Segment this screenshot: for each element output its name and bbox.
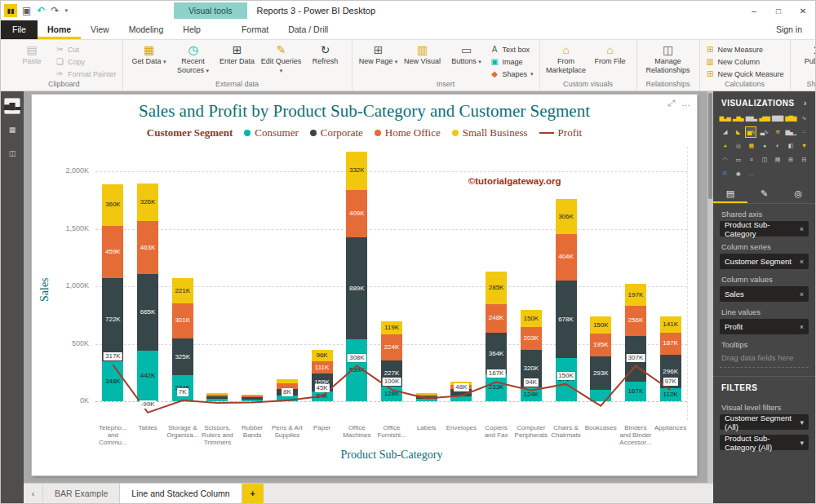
- filter-product-sub-category[interactable]: Product Sub-Category (All)▾: [720, 435, 809, 450]
- bar-segment-small-business[interactable]: [206, 393, 228, 394]
- copy-button[interactable]: ❏Copy: [55, 56, 117, 67]
- viz-icon-area-chart[interactable]: ◢: [719, 126, 730, 138]
- format-pane-tab-icon[interactable]: ✎: [747, 185, 782, 203]
- collapse-panel-icon[interactable]: ›: [804, 98, 807, 108]
- bar-segment-consumer[interactable]: 128K: [381, 387, 402, 401]
- new-visual-button[interactable]: ▥ New Visual: [402, 43, 443, 66]
- well-field-line-values[interactable]: Profit×: [720, 319, 809, 334]
- bar-segment-consumer[interactable]: 112K: [660, 388, 681, 401]
- viz-icon-scatter[interactable]: ∴: [798, 126, 809, 138]
- new-quick-measure-button[interactable]: ⊞New Quick Measure: [706, 69, 784, 79]
- well-field-column-series[interactable]: Customer Segment×: [720, 254, 809, 269]
- image-button[interactable]: ▣Image: [490, 56, 534, 67]
- scrollbar-thumb[interactable]: [708, 93, 712, 199]
- tab-view[interactable]: View: [81, 20, 119, 39]
- text-box-button[interactable]: AText box: [490, 44, 534, 55]
- viz-icon-100-stacked-bar[interactable]: ▇▇▇: [772, 113, 783, 124]
- bar-segment-home-office[interactable]: 111K: [312, 361, 333, 374]
- bar-segment-corporate[interactable]: [206, 396, 228, 400]
- bar-segment-home-office[interactable]: 248K: [486, 304, 507, 333]
- fields-pane-tab-icon[interactable]: ▤: [713, 185, 747, 203]
- bar-segment-small-business[interactable]: 150K: [590, 316, 611, 334]
- well-field-column-values[interactable]: Sales×: [720, 286, 809, 302]
- paste-button[interactable]: ▤ Paste: [11, 43, 52, 66]
- cut-button[interactable]: ✂Cut: [55, 44, 117, 55]
- bar-segment-consumer[interactable]: 442K: [137, 351, 158, 401]
- bar-segment-home-office[interactable]: 224K: [381, 334, 402, 360]
- page-tab-bar-example[interactable]: BAR Example: [43, 484, 119, 503]
- remove-field-icon[interactable]: ×: [800, 225, 804, 233]
- viz-icon-multi-row-card[interactable]: ≡: [745, 154, 756, 166]
- well-field-shared-axis[interactable]: Product Sub-Category×: [720, 221, 809, 237]
- bar-segment-home-office[interactable]: 409K: [346, 190, 367, 237]
- bar-segment-consumer[interactable]: [206, 399, 228, 401]
- bar-segment-consumer[interactable]: [277, 396, 298, 401]
- tab-home[interactable]: Home: [38, 20, 81, 39]
- bar-segment-corporate[interactable]: 722K: [102, 278, 123, 361]
- bar-segment-small-business[interactable]: 360K: [102, 184, 123, 226]
- bar-segment-consumer[interactable]: [242, 400, 263, 401]
- report-view-button[interactable]: ▅▇▃: [4, 98, 20, 114]
- bar-segment-consumer[interactable]: 348K: [102, 361, 123, 401]
- viz-icon-import-custom-visual[interactable]: …: [745, 168, 756, 179]
- minimize-button[interactable]: –: [742, 2, 766, 20]
- filter-customer-segment[interactable]: Customer Segment (All)▾: [720, 414, 809, 430]
- bar-segment-consumer[interactable]: 233K: [486, 374, 507, 401]
- focus-mode-icon[interactable]: ⤢: [667, 98, 675, 108]
- save-icon[interactable]: ▣: [22, 5, 31, 16]
- viz-icon-treemap[interactable]: ▦: [745, 140, 756, 152]
- bar-segment-small-business[interactable]: 150K: [521, 310, 542, 327]
- manage-relationships-button[interactable]: ◫ Manage Relationships: [643, 43, 694, 75]
- bar-segment-consumer[interactable]: 167K: [625, 382, 646, 401]
- tab-help[interactable]: Help: [173, 20, 211, 39]
- bar-segment-consumer[interactable]: [590, 390, 611, 401]
- legend-item-consumer[interactable]: Consumer: [244, 126, 298, 139]
- viz-icon-waterfall[interactable]: ▆▄▁: [785, 126, 796, 138]
- bar-segment-home-office[interactable]: 187K: [660, 333, 681, 354]
- bar-segment-corporate[interactable]: 325K: [172, 338, 193, 376]
- bar-segment-small-business[interactable]: 96K: [312, 350, 333, 361]
- viz-icon-table[interactable]: ⊞: [785, 154, 796, 166]
- bar-segment-home-office[interactable]: 203K: [521, 327, 542, 351]
- page-tab-line-and-stacked-column[interactable]: Line and Stacked Column: [119, 484, 242, 503]
- model-view-button[interactable]: ◫: [4, 145, 20, 161]
- bar-segment-small-business[interactable]: 326K: [137, 183, 158, 221]
- bar-segment-corporate[interactable]: 665K: [137, 274, 158, 351]
- expand-filter-icon[interactable]: ▾: [800, 418, 804, 427]
- bar-segment-small-business[interactable]: 306K: [556, 199, 577, 234]
- bar-segment-home-office[interactable]: 195K: [590, 334, 611, 356]
- remove-field-icon[interactable]: ×: [800, 323, 804, 331]
- viz-icon-card[interactable]: ▭: [732, 154, 743, 166]
- viz-icon-gauge[interactable]: ◠: [719, 154, 730, 166]
- viz-icon-r-script[interactable]: R: [719, 168, 730, 179]
- bar-segment-small-business[interactable]: [416, 393, 437, 394]
- add-page-button[interactable]: +: [242, 484, 264, 503]
- recent-sources-button[interactable]: ◷ Recent Sources ▾: [173, 43, 214, 75]
- edit-queries-button[interactable]: ✎ Edit Queries ▾: [261, 43, 302, 75]
- bar-segment-small-business[interactable]: 119K: [381, 321, 402, 335]
- viz-icon-donut[interactable]: ◎: [732, 140, 743, 152]
- bar-segment-small-business[interactable]: 197K: [625, 284, 646, 307]
- new-column-button[interactable]: ▥New Column: [706, 56, 784, 67]
- viz-icon-clustered-bar[interactable]: ▆▆▃: [745, 113, 756, 124]
- publish-button[interactable]: ↥ Publish: [796, 43, 816, 66]
- buttons-button[interactable]: ▭ Buttons ▾: [446, 43, 487, 66]
- from-marketplace-button[interactable]: ⌂ From Marketplace: [546, 43, 587, 75]
- viz-icon-stacked-column[interactable]: ▃▆▄: [732, 113, 743, 124]
- viz-icon-filled-map[interactable]: ◐: [772, 140, 783, 152]
- enter-data-button[interactable]: ⊞ Enter Data: [217, 43, 258, 66]
- bar-segment-corporate[interactable]: 678K: [556, 281, 577, 359]
- viz-icon-stacked-bar[interactable]: ▆▃▅: [719, 113, 730, 124]
- bar-segment-corporate[interactable]: [416, 396, 437, 400]
- viz-icon-line-and-stacked-column[interactable]: ▅∿: [745, 126, 756, 138]
- viz-icon-arcgis-map[interactable]: ◉: [732, 168, 743, 179]
- viz-icon-line-and-clustered-column[interactable]: ▃∿: [758, 126, 769, 138]
- new-page-button[interactable]: ⊞ New Page ▾: [358, 43, 399, 66]
- viz-icon-funnel[interactable]: ▼: [798, 140, 809, 152]
- sign-in-link[interactable]: Sign in: [763, 20, 815, 39]
- bar-segment-corporate[interactable]: [242, 397, 263, 400]
- canvas-scrollbar[interactable]: [707, 91, 713, 483]
- tab-modeling[interactable]: Modeling: [119, 20, 174, 39]
- viz-icon-map[interactable]: ●: [758, 140, 769, 152]
- bar-segment-small-business[interactable]: [277, 379, 298, 383]
